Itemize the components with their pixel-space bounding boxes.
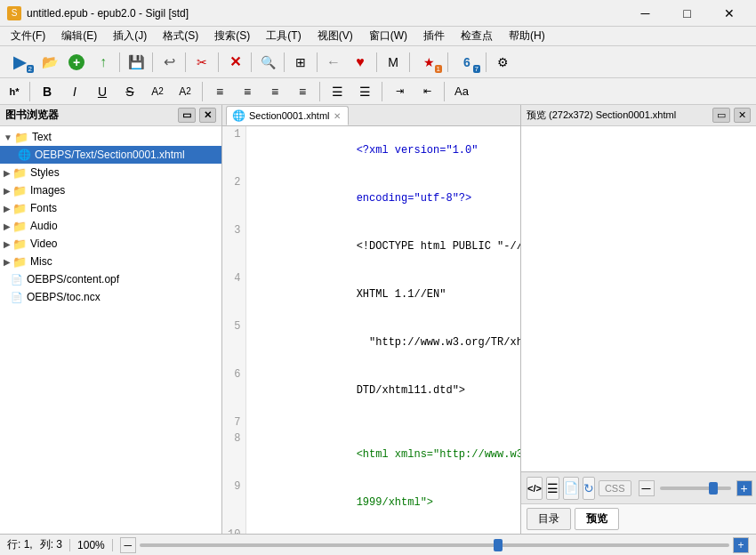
save-button[interactable]: 💾 xyxy=(124,50,149,75)
chevron-icon-images: ▶ xyxy=(4,186,11,196)
sidebar-close-btn[interactable]: ✕ xyxy=(199,108,216,123)
list-ul-button[interactable]: ☰ xyxy=(325,79,350,104)
num6-button[interactable]: 6 7 xyxy=(452,50,482,75)
code-line-7[interactable] xyxy=(246,414,520,430)
toc-tab-button[interactable]: 目录 xyxy=(527,508,571,530)
align-left-button[interactable]: ≡ xyxy=(207,79,232,104)
menu-view[interactable]: 视图(V) xyxy=(310,27,360,45)
menu-file[interactable]: 文件(F) xyxy=(4,27,52,45)
preview-tab-button[interactable]: 预览 xyxy=(575,508,619,530)
preview-close-btn[interactable]: ✕ xyxy=(734,108,751,123)
undo-button[interactable]: ↩ xyxy=(157,50,181,75)
tree-item-toc-ncx[interactable]: 📄 OEBPS/toc.ncx xyxy=(0,288,221,306)
tree-item-section0001[interactable]: 🌐 OEBPS/Text/Section0001.xhtml xyxy=(0,146,221,164)
italic-button[interactable]: I xyxy=(62,79,87,104)
line-num-8: 8 xyxy=(222,430,246,479)
code-line-2[interactable]: encoding="utf-8"?> xyxy=(246,174,520,222)
list-view-button[interactable]: ☰ xyxy=(546,477,559,500)
tree-item-video[interactable]: ▶ 📁 Video xyxy=(0,235,221,253)
code-line-1[interactable]: <?xml version="1.0" xyxy=(246,126,520,174)
menu-insert[interactable]: 插入(J) xyxy=(106,27,154,45)
menu-search[interactable]: 搜索(S) xyxy=(207,27,257,45)
code-editor[interactable]: 1 <?xml version="1.0" 2 encoding="utf-8"… xyxy=(222,126,520,534)
close-button[interactable]: ✕ xyxy=(709,0,749,27)
editor-tab-section0001[interactable]: 🌐 Section0001.xhtml ✕ xyxy=(226,106,349,125)
add-button[interactable]: + xyxy=(64,50,89,75)
tree-item-audio[interactable]: ▶ 📁 Audio xyxy=(0,217,221,235)
cut-button[interactable]: ✂ xyxy=(189,50,214,75)
up-button[interactable]: ↑ xyxy=(91,50,116,75)
code-span: DTD/xhtml11.dtd"> xyxy=(357,384,465,397)
zoom-out-button[interactable]: ─ xyxy=(639,480,655,496)
zoom-out-status-button[interactable]: ─ xyxy=(120,537,136,553)
superscript-button[interactable]: A2 xyxy=(173,79,197,104)
menu-plugins[interactable]: 插件 xyxy=(416,27,452,45)
tree-item-content-opf[interactable]: 📄 OEBPS/content.opf xyxy=(0,270,221,288)
code-row-5: 5 "http://www.w3.org/TR/xhtml11/ xyxy=(222,318,520,366)
outdent-button[interactable]: ⇤ xyxy=(414,79,439,104)
code-line-10[interactable]: <head> xyxy=(246,527,520,534)
heart-button[interactable]: ♥ xyxy=(348,50,373,75)
css-button[interactable]: CSS xyxy=(599,480,631,496)
bold-button[interactable]: B xyxy=(35,79,60,104)
tab-close-button[interactable]: ✕ xyxy=(334,111,341,121)
align-right-button[interactable]: ≡ xyxy=(262,79,287,104)
tree-item-fonts[interactable]: ▶ 📁 Fonts xyxy=(0,199,221,217)
menu-help[interactable]: 帮助(H) xyxy=(502,27,552,45)
zoom-in-status-button[interactable]: + xyxy=(733,537,749,553)
code-span: <!DOCTYPE html PUBLIC "-//W3C//DTD xyxy=(357,240,520,253)
back-button[interactable]: ← xyxy=(321,50,346,75)
code-line-6[interactable]: DTD/xhtml11.dtd"> xyxy=(246,366,520,414)
code-span: encoding="utf-8"?> xyxy=(357,192,472,205)
line-num-10: 10 xyxy=(222,527,246,534)
indent-button[interactable]: ⇥ xyxy=(387,79,412,104)
page-view-button[interactable]: 📄 xyxy=(563,477,579,500)
heading-button[interactable]: h* xyxy=(4,79,25,104)
zoom-status-knob[interactable] xyxy=(494,539,503,551)
menu-tools[interactable]: 工具(T) xyxy=(259,27,308,45)
sidebar-restore-btn[interactable]: ▭ xyxy=(178,108,196,123)
code-line-4[interactable]: XHTML 1.1//EN" xyxy=(246,270,520,318)
zoom-in-button[interactable]: + xyxy=(736,480,752,496)
tree-item-misc[interactable]: ▶ 📁 Misc xyxy=(0,253,221,270)
menu-format[interactable]: 格式(S) xyxy=(156,27,205,45)
list-ol-button[interactable]: ☰ xyxy=(352,79,377,104)
preview-panel: 预览 (272x372) Section0001.xhtml ▭ ✕ </> ☰… xyxy=(520,105,756,534)
zoom-slider[interactable] xyxy=(660,487,731,490)
code-row-7: 7 xyxy=(222,414,520,430)
menu-window[interactable]: 窗口(W) xyxy=(362,27,414,45)
subscript-button[interactable]: A2 xyxy=(145,79,170,104)
maximize-button[interactable]: □ xyxy=(667,0,707,27)
font-button[interactable]: Aa xyxy=(449,79,474,104)
code-line-9[interactable]: 1999/xhtml"> xyxy=(246,479,520,527)
remove-button[interactable]: ✕ xyxy=(222,50,247,75)
align-center-button[interactable]: ≡ xyxy=(235,79,260,104)
code-line-3[interactable]: <!DOCTYPE html PUBLIC "-//W3C//DTD xyxy=(246,222,520,270)
align-justify-button[interactable]: ≡ xyxy=(290,79,315,104)
open-button[interactable]: 📂 xyxy=(37,50,62,75)
star1-button[interactable]: ★ 1 xyxy=(414,50,444,75)
underline-button[interactable]: U xyxy=(90,79,115,104)
refresh-button[interactable]: ↻ xyxy=(583,477,595,500)
tree-item-styles[interactable]: ▶ 📁 Styles xyxy=(0,164,221,181)
menu-checkpoint[interactable]: 检查点 xyxy=(454,27,500,45)
code-view-button[interactable]: </> xyxy=(527,477,543,500)
menu-edit[interactable]: 编辑(E) xyxy=(54,27,104,45)
zoom-slider-knob[interactable] xyxy=(709,482,718,495)
search-button[interactable]: 🔍 xyxy=(255,50,280,75)
gear-button[interactable]: ⚙ xyxy=(490,50,515,75)
tree-item-images[interactable]: ▶ 📁 Images xyxy=(0,181,221,199)
preview-restore-btn[interactable]: ▭ xyxy=(712,108,730,123)
code-line-8[interactable]: <html xmlns="http://www.w3.org/ xyxy=(246,430,520,479)
meta-button[interactable]: ⊞ xyxy=(288,50,313,75)
code-line-5[interactable]: "http://www.w3.org/TR/xhtml11/ xyxy=(246,318,520,366)
tree-item-text[interactable]: ▼ 📁 Text xyxy=(0,128,221,146)
code-row-8: 8 <html xmlns="http://www.w3.org/ xyxy=(222,430,520,479)
zoom-status-slider[interactable] xyxy=(140,543,729,547)
sidebar: 图书浏览器 ▭ ✕ ▼ 📁 Text 🌐 OEBPS/Text/Section0 xyxy=(0,105,222,534)
status-bar: 行: 1, 列: 3 100% ─ + xyxy=(0,534,756,555)
strikethrough-button[interactable]: S xyxy=(117,79,142,104)
minimize-button[interactable]: ─ xyxy=(625,0,665,27)
mail-button[interactable]: M xyxy=(381,50,406,75)
new-file-button[interactable]: ▶ 2 xyxy=(4,50,36,75)
